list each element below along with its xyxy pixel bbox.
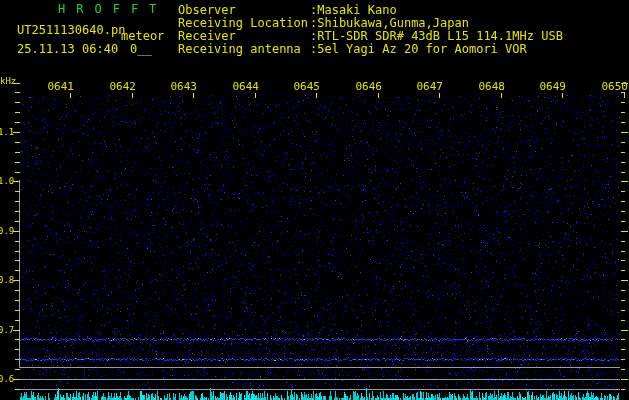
app-title: HROFFT — [58, 2, 167, 16]
info-value: :5el Yagi Az 20 for Aomori VOR — [310, 42, 527, 56]
receiver-info-table: Observer:Masaki Kano Receiving Location:… — [178, 4, 563, 56]
spectrogram-canvas — [0, 0, 629, 400]
time-tick-label: 0643 — [167, 81, 197, 93]
frame-counter: 0__ — [130, 42, 152, 56]
filename-label: UT2511130640.pn — [17, 23, 125, 37]
freq-tick-label: 0.6 — [0, 374, 13, 384]
time-tick-label: 0641 — [44, 81, 74, 93]
time-tick-label: 0650 — [598, 81, 628, 93]
freq-tick-label: 1.0 — [0, 176, 13, 186]
time-tick-label: 0648 — [475, 81, 505, 93]
info-value: :RTL-SDR SDR# 43dB L15 114.1MHz USB — [310, 29, 563, 43]
info-value: :Shibukawa,Gunma,Japan — [310, 16, 469, 30]
freq-tick-label: 0.7 — [0, 325, 13, 335]
datetime-label: 25.11.13 06:40 — [17, 42, 118, 56]
freq-axis-unit-label: kHz — [0, 76, 16, 86]
info-row-antenna: Receiving antenna:5el Yagi Az 20 for Aom… — [178, 43, 563, 56]
info-value: :Masaki Kano — [310, 3, 397, 17]
time-tick-label: 0646 — [352, 81, 382, 93]
hrofft-window: HROFFT UT2511130640.pn meteor 25.11.13 0… — [0, 0, 629, 400]
time-tick-label: 0642 — [106, 81, 136, 93]
info-label: Receiving antenna — [178, 43, 310, 56]
freq-tick-label: 0.8 — [0, 275, 13, 285]
time-tick-label: 0645 — [290, 81, 320, 93]
freq-tick-label: 1.1 — [0, 127, 13, 137]
time-tick-label: 0644 — [229, 81, 259, 93]
time-tick-label: 0647 — [413, 81, 443, 93]
filename-note: meteor — [121, 29, 164, 43]
freq-tick-label: 0.9 — [0, 226, 13, 236]
time-tick-label: 0649 — [536, 81, 566, 93]
